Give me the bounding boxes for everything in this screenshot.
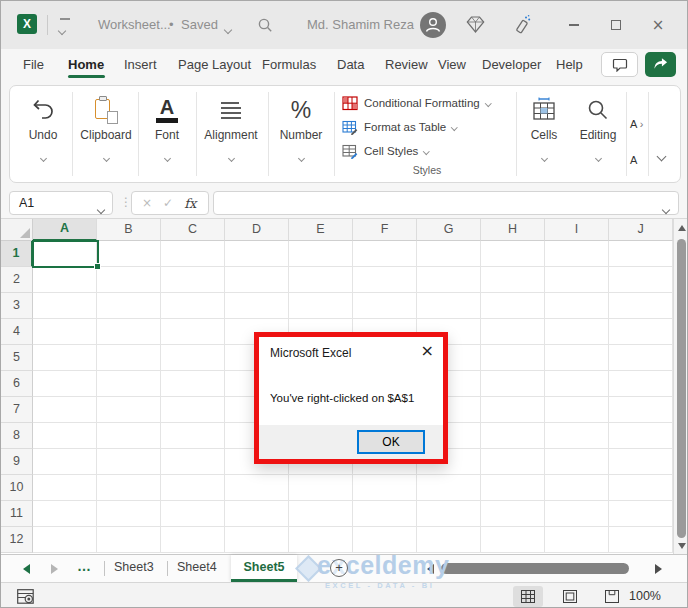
maximize-button[interactable]: [605, 16, 627, 34]
sheet-tab-sheet4[interactable]: Sheet4: [177, 560, 217, 574]
comments-button[interactable]: [601, 52, 638, 77]
normal-view-button[interactable]: [513, 586, 543, 607]
scroll-down-arrow[interactable]: [678, 543, 686, 549]
fill-handle[interactable]: [94, 263, 101, 270]
vertical-scrollbar[interactable]: [673, 219, 688, 554]
row-header-10[interactable]: 10: [1, 475, 33, 501]
insert-function-button[interactable]: fx: [184, 196, 196, 211]
dialog-footer: OK: [259, 425, 443, 459]
saved-badge[interactable]: Saved: [181, 17, 218, 32]
clipboard-icon: [76, 86, 136, 126]
sheet-tab-sheet3[interactable]: Sheet3: [114, 560, 154, 574]
title-bar: X Worksheet... • Saved Md. Shamim Reza ×: [1, 1, 687, 49]
column-header-b[interactable]: B: [97, 219, 161, 241]
dialog-close-button[interactable]: ×: [421, 341, 434, 360]
dialog-message: You've right-clicked on $A$1: [270, 392, 414, 404]
column-header-e[interactable]: E: [289, 219, 353, 241]
minimize-button[interactable]: [563, 16, 585, 34]
column-header-c[interactable]: C: [161, 219, 225, 241]
row-header-3[interactable]: 3: [1, 293, 33, 319]
column-header-g[interactable]: G: [417, 219, 481, 241]
formula-input[interactable]: [213, 191, 679, 215]
row-header-4[interactable]: 4: [1, 319, 33, 345]
tab-view[interactable]: View: [438, 57, 466, 72]
editing-button[interactable]: Editing: [572, 86, 624, 182]
tab-data[interactable]: Data: [337, 57, 364, 72]
excel-window: X Worksheet... • Saved Md. Shamim Reza ×…: [0, 0, 688, 608]
collapse-ribbon-button[interactable]: [658, 148, 665, 166]
quick-access-toolbar-button[interactable]: [59, 18, 71, 40]
vertical-scrollbar-thumb[interactable]: [677, 239, 686, 538]
chevron-down-icon: [58, 26, 66, 34]
row-header-12[interactable]: 12: [1, 527, 33, 553]
column-header-a[interactable]: A: [33, 219, 97, 241]
tab-developer[interactable]: Developer: [482, 57, 541, 72]
row-header-5[interactable]: 5: [1, 345, 33, 371]
undo-button[interactable]: Undo: [18, 86, 68, 182]
cells-button[interactable]: Cells: [520, 86, 568, 182]
search-icon[interactable]: [257, 17, 273, 37]
macro-record-button[interactable]: [17, 589, 34, 608]
select-all-corner[interactable]: [1, 219, 33, 241]
sheet-tab-bar: … Sheet3 Sheet4 Sheet5 +: [1, 554, 687, 582]
message-dialog: Microsoft Excel × You've right-clicked o…: [254, 332, 448, 464]
ribbon-overflow[interactable]: A › A: [628, 86, 644, 182]
scroll-up-arrow[interactable]: [678, 225, 686, 231]
premium-diamond-icon[interactable]: [466, 16, 485, 37]
page-layout-view-button[interactable]: [555, 586, 585, 607]
cancel-button[interactable]: ×: [142, 196, 152, 210]
row-header-11[interactable]: 11: [1, 501, 33, 527]
format-as-table-button[interactable]: Format as Table: [338, 116, 516, 138]
tab-review[interactable]: Review: [385, 57, 428, 72]
row-header-6[interactable]: 6: [1, 371, 33, 397]
group-separator: [72, 92, 73, 176]
row-header-1[interactable]: 1: [1, 241, 33, 267]
conditional-formatting-button[interactable]: Conditional Formatting: [338, 92, 516, 114]
avatar[interactable]: [420, 12, 446, 42]
tab-home[interactable]: Home: [68, 57, 104, 72]
zoom-level[interactable]: 100%: [629, 589, 661, 603]
alignment-button[interactable]: Alignment: [198, 86, 264, 182]
enter-button[interactable]: ✓: [163, 196, 173, 210]
column-headers: A B C D E F G H I J: [33, 219, 673, 241]
close-button[interactable]: ×: [647, 16, 669, 34]
hscroll-left-arrow[interactable]: [427, 564, 434, 574]
column-header-d[interactable]: D: [225, 219, 289, 241]
tab-page-layout[interactable]: Page Layout: [178, 57, 251, 72]
row-header-9[interactable]: 9: [1, 449, 33, 475]
saved-chevron-icon[interactable]: [225, 21, 231, 39]
chevron-down-icon: [451, 124, 457, 130]
user-name: Md. Shamim Reza: [307, 17, 414, 32]
column-header-j[interactable]: J: [609, 219, 673, 241]
number-button[interactable]: % Number: [270, 86, 332, 182]
page-break-view-button[interactable]: [597, 586, 627, 607]
row-header-2[interactable]: 2: [1, 267, 33, 293]
name-box[interactable]: A1: [9, 191, 113, 215]
clipboard-button[interactable]: Clipboard: [76, 86, 136, 182]
share-button[interactable]: [645, 52, 676, 77]
ok-button[interactable]: OK: [357, 430, 425, 454]
row-header-7[interactable]: 7: [1, 397, 33, 423]
document-title[interactable]: Worksheet...: [98, 17, 171, 32]
add-sheet-button[interactable]: +: [330, 559, 348, 577]
column-header-h[interactable]: H: [481, 219, 545, 241]
font-icon: A: [140, 86, 194, 126]
column-header-i[interactable]: I: [545, 219, 609, 241]
column-header-f[interactable]: F: [353, 219, 417, 241]
more-sheets-ellipsis[interactable]: …: [77, 558, 91, 574]
addin-wand-icon[interactable]: [512, 14, 532, 38]
styles-group-label: Styles: [338, 164, 516, 176]
tab-formulas[interactable]: Formulas: [262, 57, 316, 72]
sheet-tab-sheet5-active[interactable]: Sheet5: [231, 555, 297, 582]
font-button[interactable]: A Font: [140, 86, 194, 182]
tab-help[interactable]: Help: [556, 57, 583, 72]
row-header-8[interactable]: 8: [1, 423, 33, 449]
horizontal-scrollbar-thumb[interactable]: [441, 563, 629, 574]
expand-formula-bar-chevron-icon[interactable]: [663, 201, 669, 219]
hscroll-right-arrow[interactable]: [655, 564, 662, 574]
tab-insert[interactable]: Insert: [124, 57, 157, 72]
previous-sheet-arrow[interactable]: [23, 564, 30, 574]
tab-file[interactable]: File: [23, 57, 44, 72]
next-sheet-arrow[interactable]: [51, 564, 58, 574]
cell-styles-button[interactable]: Cell Styles: [338, 140, 516, 162]
